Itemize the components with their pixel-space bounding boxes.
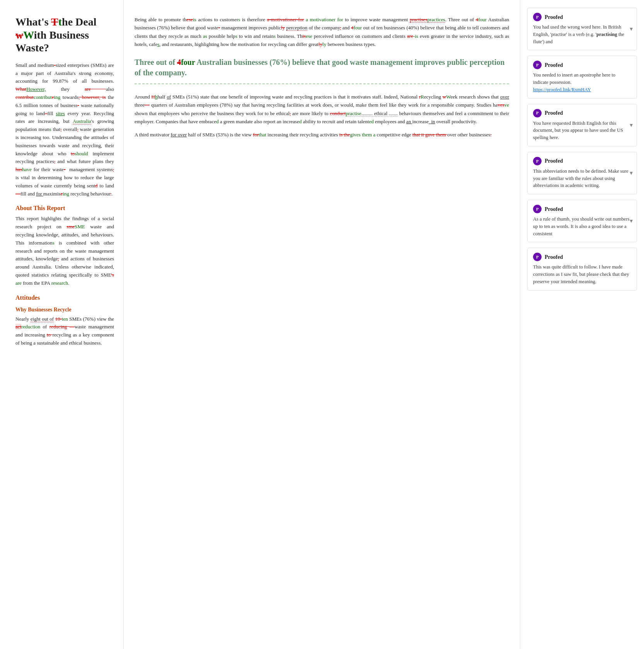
about-paragraph: This report highlights the findings of a… (15, 215, 114, 287)
proof-card-6: P Proofed This was quite difficult to fo… (527, 248, 637, 290)
chevron-down-icon-3[interactable]: ▾ (630, 121, 633, 130)
middle-column: Being able to promote theseis actions to… (124, 0, 520, 649)
mid-p1: Being able to promote theseis actions to… (135, 15, 509, 49)
mid-p3: A third motivator for over half of SMEs … (135, 131, 509, 139)
proof-title-4: Proofed (545, 157, 563, 165)
proof-badge-3: P (533, 109, 542, 117)
proof-header-3: P Proofed (533, 109, 631, 117)
proof-title-6: Proofed (545, 253, 563, 261)
intro-paragraph: Small and medium-sized enterprises (SMEs… (15, 61, 114, 198)
proof-header-4: P Proofed (533, 157, 631, 165)
proof-text-4: This abbreviation needs to be defined. M… (533, 168, 631, 189)
proof-header-2: P Proofed (533, 61, 631, 69)
proof-header-6: P Proofed (533, 253, 631, 261)
chevron-down-icon-1[interactable]: ▾ (630, 24, 633, 34)
proof-title-1: Proofed (545, 13, 563, 21)
proof-title-2: Proofed (545, 61, 563, 69)
proof-card-3: P Proofed You have requested British Eng… (527, 104, 637, 146)
title-ins-W: W (23, 29, 34, 41)
main-title: What's Tthe Deal wWith Business Waste? (15, 15, 114, 54)
attitudes-heading: Attitudes (15, 294, 114, 301)
proof-badge-5: P (533, 205, 542, 213)
why-paragraph: Nearly eight out of 10-ten SMEs (76%) vi… (15, 315, 114, 347)
proof-text-1: You had used the wrong word here. In Bri… (533, 24, 631, 45)
about-heading: About This Report (15, 205, 114, 212)
right-column: P Proofed You had used the wrong word he… (520, 0, 644, 649)
proof-card-1: P Proofed You had used the wrong word he… (527, 8, 637, 50)
title-ins-t: t (58, 16, 62, 28)
proof-card-4: P Proofed This abbreviation needs to be … (527, 152, 637, 194)
page-container: What's Tthe Deal wWith Business Waste? S… (0, 0, 644, 649)
proof-link-2[interactable]: https://proofed.link/RxmHAY (533, 87, 591, 92)
proof-text-3: You have requested British English for t… (533, 120, 631, 141)
mid-p2: Around Hhhalf of SMEs (51%) state that o… (135, 93, 509, 126)
chevron-down-icon-5[interactable]: ▾ (630, 216, 633, 226)
chevron-down-icon-4[interactable]: ▾ (630, 168, 633, 178)
why-businesses-heading: Why Businesses Recycle (15, 307, 114, 313)
proof-badge-4: P (533, 157, 542, 165)
proof-badge-6: P (533, 253, 542, 261)
title-del-T: T (51, 16, 58, 28)
title-del-w: w (15, 29, 23, 41)
pullquote: Three out of 4four Australian businesses… (135, 57, 509, 84)
proof-card-5: P Proofed As a rule of thumb, you should… (527, 200, 637, 242)
proof-header-5: P Proofed (533, 205, 631, 213)
proof-text-2: You needed to insert an apostrophe here … (533, 71, 631, 93)
proof-title-5: Proofed (545, 205, 563, 213)
proof-title-3: Proofed (545, 109, 563, 117)
left-column: What's Tthe Deal wWith Business Waste? S… (0, 0, 124, 649)
proof-header-1: P Proofed (533, 13, 631, 21)
proof-badge-1: P (533, 13, 542, 21)
proof-card-2: P Proofed You needed to insert an apostr… (527, 56, 637, 98)
proof-badge-2: P (533, 61, 542, 69)
proof-text-5: As a rule of thumb, you should write out… (533, 216, 631, 237)
proof-text-6: This was quite difficult to follow. I ha… (533, 263, 631, 285)
